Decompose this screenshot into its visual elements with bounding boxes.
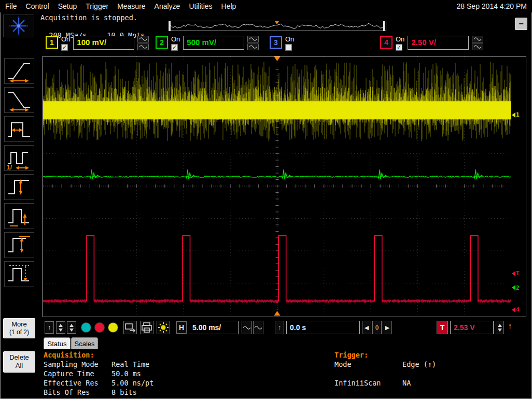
scroll-up-button[interactable]: ↑	[45, 321, 54, 334]
channel-3-checkbox[interactable]	[285, 44, 292, 51]
menu-help[interactable]: Help	[221, 2, 236, 10]
timebase-coarse-button[interactable]	[242, 321, 252, 334]
more-tools-button[interactable]: More (1 of 2)	[3, 318, 35, 338]
horizontal-label: H	[176, 321, 187, 334]
up-triangle-icon	[69, 324, 74, 327]
info-label: Capture Time	[44, 369, 111, 378]
base-level-icon	[5, 204, 33, 228]
channel-marker-4[interactable]: 4	[512, 306, 520, 314]
channel-3-controls: 3 On	[270, 35, 294, 51]
sine-adjust-icon	[139, 37, 147, 41]
channel-4-scale-field[interactable]: 2.50 V/	[408, 36, 469, 50]
channel-2-controls: 2 On ✓ 500 mV/	[156, 35, 259, 51]
horizontal-control-bar: ↑ H 5.00 ms/ ↑ 0.0 s ◀ 0 ▶ T 2.53 V ↑	[43, 319, 526, 338]
channel-1-scale-field[interactable]: 100 mV/	[73, 36, 134, 50]
menu-file[interactable]: File	[5, 2, 17, 10]
measure-fall-time-button[interactable]	[4, 87, 34, 113]
starburst-logo-icon	[4, 15, 34, 37]
info-value: Real Time	[111, 360, 149, 368]
print-button[interactable]	[140, 321, 153, 334]
channel-1-fine-button[interactable]	[137, 44, 149, 50]
info-row-sampling-mode: Sampling ModeReal Time	[44, 360, 149, 368]
vertical-stepper-right[interactable]	[67, 321, 76, 334]
channel-4-checkbox[interactable]: ✓	[396, 44, 402, 51]
overshoot-icon	[5, 262, 33, 286]
yellow-circle-icon	[108, 322, 118, 333]
measure-rise-time-button[interactable]	[4, 58, 34, 84]
sine-adjust-icon	[254, 325, 262, 330]
left-arrow-icon	[512, 307, 515, 312]
channel-2-on-label: On	[171, 35, 180, 43]
vertical-stepper-left[interactable]	[56, 321, 65, 334]
channel-1-on-label: On	[61, 35, 70, 43]
trigger-level-field[interactable]: 2.53 V	[450, 321, 494, 334]
measure-frequency-button[interactable]: 1/	[4, 145, 34, 171]
channel-2-coarse-button[interactable]	[247, 36, 259, 42]
menu-utilities[interactable]: Utilities	[189, 2, 212, 10]
channel-3-button[interactable]: 3	[270, 36, 282, 49]
timebase-overview-strip[interactable]	[169, 21, 386, 31]
info-label: Bits Of Res	[44, 388, 111, 396]
down-triangle-icon	[69, 329, 74, 332]
datetime-display: 28 Sep 2014 4:20 PM	[457, 2, 527, 10]
down-triangle-icon	[59, 329, 63, 332]
amplitude-icon	[5, 175, 33, 199]
scope-logo-button[interactable]	[3, 15, 34, 37]
cyan-circle-icon	[81, 322, 91, 333]
delay-zero-button[interactable]: 0	[372, 321, 382, 334]
delay-time-field[interactable]: 0.0 s	[286, 321, 360, 334]
channel-marker-1[interactable]: 1	[512, 111, 520, 119]
info-value: 50.0 ms	[111, 369, 141, 378]
measure-pulse-width-button[interactable]	[4, 116, 34, 142]
channel-marker-T[interactable]: T	[512, 270, 520, 277]
menu-trigger[interactable]: Trigger	[86, 2, 108, 10]
channel-2-fine-button[interactable]	[247, 44, 259, 50]
minimize-button[interactable]: −	[515, 18, 527, 30]
left-arrow-icon	[512, 285, 515, 290]
marker-color-cyan-button[interactable]	[80, 321, 92, 334]
channel-marker-2[interactable]: 2	[512, 284, 520, 291]
timebase-fine-button[interactable]	[253, 321, 263, 334]
menu-setup[interactable]: Setup	[58, 2, 77, 10]
channel-1-checkbox[interactable]: ✓	[61, 44, 68, 51]
waveform-display: 1T24	[43, 56, 526, 317]
channel-4-coarse-button[interactable]	[472, 36, 483, 42]
menu-analyze[interactable]: Analyze	[155, 2, 180, 10]
channel-1-button[interactable]: 1	[46, 36, 58, 49]
measure-base-level-button[interactable]	[4, 203, 34, 229]
sine-adjust-icon	[249, 37, 257, 41]
export-button[interactable]	[123, 321, 137, 334]
tab-status[interactable]: Status	[44, 337, 71, 349]
channel-4-fine-button[interactable]	[472, 44, 483, 50]
marker-label: 1	[516, 111, 520, 118]
measure-amplitude-button[interactable]	[4, 174, 34, 200]
measure-overshoot-button[interactable]	[4, 261, 34, 287]
channel-1-coarse-button[interactable]	[137, 36, 149, 42]
brightness-sun-icon	[157, 321, 170, 334]
tab-scales[interactable]: Scales	[71, 337, 98, 349]
marker-color-red-button[interactable]	[93, 321, 106, 334]
info-label: Effective Res	[44, 379, 111, 387]
sine-adjust-icon	[249, 45, 257, 49]
delay-left-button[interactable]: ◀	[362, 321, 371, 334]
measure-top-level-button[interactable]	[4, 232, 34, 258]
frequency-icon: 1/	[5, 146, 33, 170]
trigger-level-stepper[interactable]	[496, 321, 504, 334]
channel-2-button[interactable]: 2	[156, 36, 168, 49]
frequency-label: 1/	[7, 164, 12, 170]
menu-measure[interactable]: Measure	[117, 2, 145, 10]
channel-2-scale-field[interactable]: 500 mV/	[183, 36, 244, 50]
delay-right-button[interactable]: ▶	[383, 321, 392, 334]
sine-adjust-icon	[139, 45, 147, 49]
info-value: Edge (↑)	[402, 360, 436, 368]
marker-color-yellow-button[interactable]	[107, 321, 119, 334]
channel-4-button[interactable]: 4	[380, 36, 393, 49]
menu-control[interactable]: Control	[26, 2, 49, 10]
display-brightness-button[interactable]	[157, 321, 170, 334]
channel-2-checkbox[interactable]: ✓	[171, 44, 178, 51]
preview-waveform	[169, 21, 385, 31]
timebase-scale-field[interactable]: 5.00 ms/	[189, 321, 239, 334]
delete-all-button[interactable]: Delete All	[3, 351, 35, 373]
trigger-reference-button[interactable]: ↑	[275, 321, 284, 334]
trigger-label: T	[437, 321, 448, 334]
